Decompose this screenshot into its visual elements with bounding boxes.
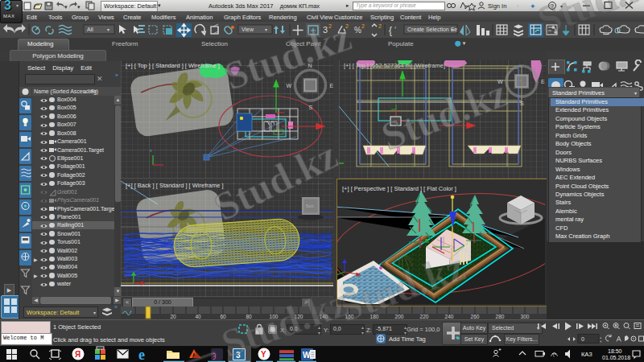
svg-text:260: 260 [471,314,480,319]
svg-text:280: 280 [496,314,505,319]
svg-text:W: W [287,83,292,88]
svg-text:Sign In: Sign In [488,2,506,10]
svg-text:S: S [520,101,524,106]
svg-text:e: e [138,347,145,362]
svg-text:Back: Back [306,204,315,208]
svg-text:18:50: 18:50 [608,348,622,354]
svg-text:80: 80 [246,314,252,319]
svg-text:220: 220 [420,314,429,319]
svg-text:All: All [87,27,93,32]
svg-text:▾: ▾ [265,27,267,32]
svg-text:200: 200 [395,314,404,319]
svg-text:160: 160 [345,314,354,319]
svg-text:z: z [150,148,152,153]
svg-text:▾: ▾ [107,27,109,32]
svg-text:КАЗ: КАЗ [581,351,592,358]
svg-text:120: 120 [295,314,303,319]
svg-text:N: N [308,63,312,68]
svg-text:{: { [389,25,392,36]
svg-text:S: S [309,105,313,110]
svg-text:Create Selection Se: Create Selection Se [407,27,457,32]
svg-text:2: 2 [328,23,332,29]
svg-text:2: 2 [361,23,365,29]
svg-text:%: % [354,26,361,35]
svg-text:140: 140 [320,314,328,319]
svg-text:View: View [242,27,254,32]
svg-text:100: 100 [270,314,279,319]
svg-text:?: ? [551,3,554,9]
svg-text:300: 300 [521,314,530,319]
svg-text:E: E [541,79,545,84]
svg-text:▾: ▾ [451,27,453,32]
svg-text:▾: ▾ [64,4,68,10]
svg-text:2: 2 [345,23,349,29]
svg-text:E: E [330,83,334,88]
svg-text:Y: Y [261,350,266,359]
svg-text:': ' [394,25,396,36]
svg-text:✦: ✦ [530,2,536,10]
svg-text:0: 0 [581,336,584,342]
svg-text:20: 20 [170,314,176,319]
svg-text:ȝ: ȝ [213,351,216,360]
svg-text:W: W [303,351,311,360]
svg-text:40: 40 [195,314,201,319]
svg-text:3: 3 [236,351,241,360]
svg-text:▴: ▴ [600,335,602,339]
svg-text:180: 180 [370,314,379,319]
svg-text:2: 2 [378,23,382,29]
svg-text:W: W [497,79,503,84]
svg-text:Я: Я [75,350,80,359]
svg-text:60: 60 [220,314,226,319]
svg-text:01.05.2018: 01.05.2018 [602,355,630,360]
svg-text:▾: ▾ [77,4,80,10]
svg-text:·: · [517,3,518,9]
svg-text:▾: ▾ [560,4,563,9]
svg-text:3: 3 [323,25,328,35]
svg-text:240: 240 [445,314,454,319]
svg-text:▾: ▾ [600,339,602,343]
